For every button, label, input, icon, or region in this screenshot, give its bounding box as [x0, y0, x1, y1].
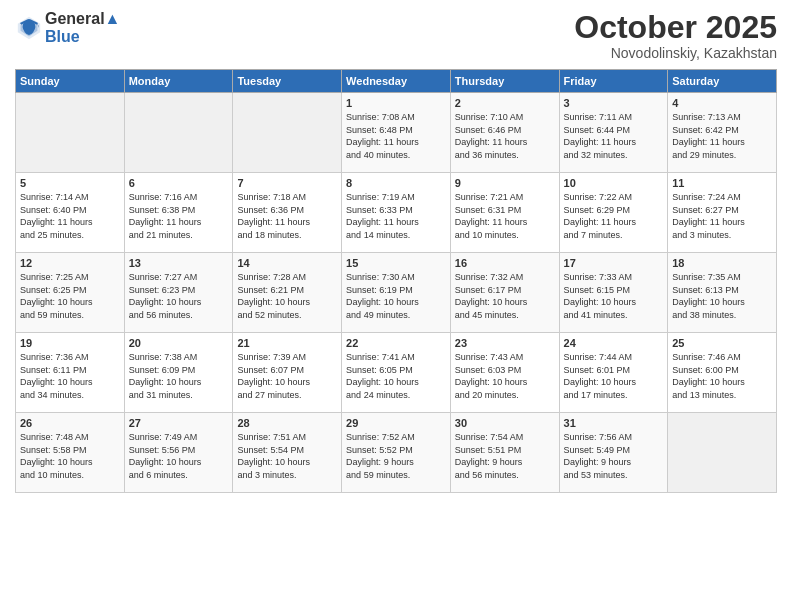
day-number: 1 — [346, 97, 446, 109]
day-number: 6 — [129, 177, 229, 189]
day-number: 20 — [129, 337, 229, 349]
logo-icon — [15, 14, 43, 42]
day-info: Sunrise: 7:41 AM Sunset: 6:05 PM Dayligh… — [346, 351, 446, 401]
day-info: Sunrise: 7:51 AM Sunset: 5:54 PM Dayligh… — [237, 431, 337, 481]
day-info: Sunrise: 7:30 AM Sunset: 6:19 PM Dayligh… — [346, 271, 446, 321]
calendar-cell: 21Sunrise: 7:39 AM Sunset: 6:07 PM Dayli… — [233, 333, 342, 413]
week-row-1: 1Sunrise: 7:08 AM Sunset: 6:48 PM Daylig… — [16, 93, 777, 173]
day-info: Sunrise: 7:27 AM Sunset: 6:23 PM Dayligh… — [129, 271, 229, 321]
page-container: General▲ Blue October 2025 Novodolinskiy… — [0, 0, 792, 503]
weekday-header-saturday: Saturday — [668, 70, 777, 93]
calendar-cell: 22Sunrise: 7:41 AM Sunset: 6:05 PM Dayli… — [342, 333, 451, 413]
calendar-cell: 14Sunrise: 7:28 AM Sunset: 6:21 PM Dayli… — [233, 253, 342, 333]
day-number: 8 — [346, 177, 446, 189]
day-info: Sunrise: 7:52 AM Sunset: 5:52 PM Dayligh… — [346, 431, 446, 481]
day-number: 31 — [564, 417, 664, 429]
month-title: October 2025 — [574, 10, 777, 45]
day-info: Sunrise: 7:33 AM Sunset: 6:15 PM Dayligh… — [564, 271, 664, 321]
day-number: 24 — [564, 337, 664, 349]
title-block: October 2025 Novodolinskiy, Kazakhstan — [574, 10, 777, 61]
day-number: 11 — [672, 177, 772, 189]
day-info: Sunrise: 7:25 AM Sunset: 6:25 PM Dayligh… — [20, 271, 120, 321]
day-info: Sunrise: 7:18 AM Sunset: 6:36 PM Dayligh… — [237, 191, 337, 241]
calendar-cell: 20Sunrise: 7:38 AM Sunset: 6:09 PM Dayli… — [124, 333, 233, 413]
day-number: 10 — [564, 177, 664, 189]
logo: General▲ Blue — [15, 10, 120, 45]
weekday-header-row: SundayMondayTuesdayWednesdayThursdayFrid… — [16, 70, 777, 93]
calendar-cell: 13Sunrise: 7:27 AM Sunset: 6:23 PM Dayli… — [124, 253, 233, 333]
week-row-5: 26Sunrise: 7:48 AM Sunset: 5:58 PM Dayli… — [16, 413, 777, 493]
calendar-cell: 28Sunrise: 7:51 AM Sunset: 5:54 PM Dayli… — [233, 413, 342, 493]
calendar-cell: 10Sunrise: 7:22 AM Sunset: 6:29 PM Dayli… — [559, 173, 668, 253]
day-info: Sunrise: 7:49 AM Sunset: 5:56 PM Dayligh… — [129, 431, 229, 481]
day-info: Sunrise: 7:43 AM Sunset: 6:03 PM Dayligh… — [455, 351, 555, 401]
calendar-cell: 26Sunrise: 7:48 AM Sunset: 5:58 PM Dayli… — [16, 413, 125, 493]
calendar-cell: 17Sunrise: 7:33 AM Sunset: 6:15 PM Dayli… — [559, 253, 668, 333]
day-number: 4 — [672, 97, 772, 109]
day-number: 22 — [346, 337, 446, 349]
day-number: 3 — [564, 97, 664, 109]
day-number: 16 — [455, 257, 555, 269]
day-info: Sunrise: 7:32 AM Sunset: 6:17 PM Dayligh… — [455, 271, 555, 321]
day-number: 30 — [455, 417, 555, 429]
calendar-cell: 12Sunrise: 7:25 AM Sunset: 6:25 PM Dayli… — [16, 253, 125, 333]
day-number: 19 — [20, 337, 120, 349]
day-info: Sunrise: 7:44 AM Sunset: 6:01 PM Dayligh… — [564, 351, 664, 401]
calendar-cell: 31Sunrise: 7:56 AM Sunset: 5:49 PM Dayli… — [559, 413, 668, 493]
day-info: Sunrise: 7:38 AM Sunset: 6:09 PM Dayligh… — [129, 351, 229, 401]
day-number: 21 — [237, 337, 337, 349]
location-subtitle: Novodolinskiy, Kazakhstan — [574, 45, 777, 61]
day-info: Sunrise: 7:28 AM Sunset: 6:21 PM Dayligh… — [237, 271, 337, 321]
calendar-cell: 29Sunrise: 7:52 AM Sunset: 5:52 PM Dayli… — [342, 413, 451, 493]
weekday-header-monday: Monday — [124, 70, 233, 93]
day-number: 29 — [346, 417, 446, 429]
calendar-cell: 8Sunrise: 7:19 AM Sunset: 6:33 PM Daylig… — [342, 173, 451, 253]
calendar-cell: 5Sunrise: 7:14 AM Sunset: 6:40 PM Daylig… — [16, 173, 125, 253]
calendar-cell: 7Sunrise: 7:18 AM Sunset: 6:36 PM Daylig… — [233, 173, 342, 253]
day-info: Sunrise: 7:48 AM Sunset: 5:58 PM Dayligh… — [20, 431, 120, 481]
calendar-cell: 30Sunrise: 7:54 AM Sunset: 5:51 PM Dayli… — [450, 413, 559, 493]
calendar-cell — [668, 413, 777, 493]
logo-text: General▲ Blue — [45, 10, 120, 45]
day-number: 7 — [237, 177, 337, 189]
calendar-cell: 25Sunrise: 7:46 AM Sunset: 6:00 PM Dayli… — [668, 333, 777, 413]
calendar-cell: 11Sunrise: 7:24 AM Sunset: 6:27 PM Dayli… — [668, 173, 777, 253]
day-number: 14 — [237, 257, 337, 269]
day-info: Sunrise: 7:19 AM Sunset: 6:33 PM Dayligh… — [346, 191, 446, 241]
day-info: Sunrise: 7:24 AM Sunset: 6:27 PM Dayligh… — [672, 191, 772, 241]
day-info: Sunrise: 7:56 AM Sunset: 5:49 PM Dayligh… — [564, 431, 664, 481]
weekday-header-friday: Friday — [559, 70, 668, 93]
weekday-header-thursday: Thursday — [450, 70, 559, 93]
calendar-cell: 3Sunrise: 7:11 AM Sunset: 6:44 PM Daylig… — [559, 93, 668, 173]
day-number: 23 — [455, 337, 555, 349]
calendar-cell: 16Sunrise: 7:32 AM Sunset: 6:17 PM Dayli… — [450, 253, 559, 333]
day-info: Sunrise: 7:22 AM Sunset: 6:29 PM Dayligh… — [564, 191, 664, 241]
calendar-cell: 2Sunrise: 7:10 AM Sunset: 6:46 PM Daylig… — [450, 93, 559, 173]
calendar-cell: 19Sunrise: 7:36 AM Sunset: 6:11 PM Dayli… — [16, 333, 125, 413]
day-info: Sunrise: 7:35 AM Sunset: 6:13 PM Dayligh… — [672, 271, 772, 321]
calendar-cell — [124, 93, 233, 173]
day-info: Sunrise: 7:08 AM Sunset: 6:48 PM Dayligh… — [346, 111, 446, 161]
calendar-cell — [233, 93, 342, 173]
day-info: Sunrise: 7:54 AM Sunset: 5:51 PM Dayligh… — [455, 431, 555, 481]
day-number: 18 — [672, 257, 772, 269]
calendar-cell: 18Sunrise: 7:35 AM Sunset: 6:13 PM Dayli… — [668, 253, 777, 333]
week-row-3: 12Sunrise: 7:25 AM Sunset: 6:25 PM Dayli… — [16, 253, 777, 333]
day-info: Sunrise: 7:14 AM Sunset: 6:40 PM Dayligh… — [20, 191, 120, 241]
day-number: 2 — [455, 97, 555, 109]
day-number: 9 — [455, 177, 555, 189]
calendar-cell: 27Sunrise: 7:49 AM Sunset: 5:56 PM Dayli… — [124, 413, 233, 493]
weekday-header-wednesday: Wednesday — [342, 70, 451, 93]
day-number: 25 — [672, 337, 772, 349]
day-number: 26 — [20, 417, 120, 429]
day-number: 5 — [20, 177, 120, 189]
week-row-4: 19Sunrise: 7:36 AM Sunset: 6:11 PM Dayli… — [16, 333, 777, 413]
calendar-cell: 15Sunrise: 7:30 AM Sunset: 6:19 PM Dayli… — [342, 253, 451, 333]
day-info: Sunrise: 7:16 AM Sunset: 6:38 PM Dayligh… — [129, 191, 229, 241]
calendar-cell: 6Sunrise: 7:16 AM Sunset: 6:38 PM Daylig… — [124, 173, 233, 253]
calendar-cell: 9Sunrise: 7:21 AM Sunset: 6:31 PM Daylig… — [450, 173, 559, 253]
day-info: Sunrise: 7:36 AM Sunset: 6:11 PM Dayligh… — [20, 351, 120, 401]
calendar-cell — [16, 93, 125, 173]
day-info: Sunrise: 7:11 AM Sunset: 6:44 PM Dayligh… — [564, 111, 664, 161]
day-number: 27 — [129, 417, 229, 429]
